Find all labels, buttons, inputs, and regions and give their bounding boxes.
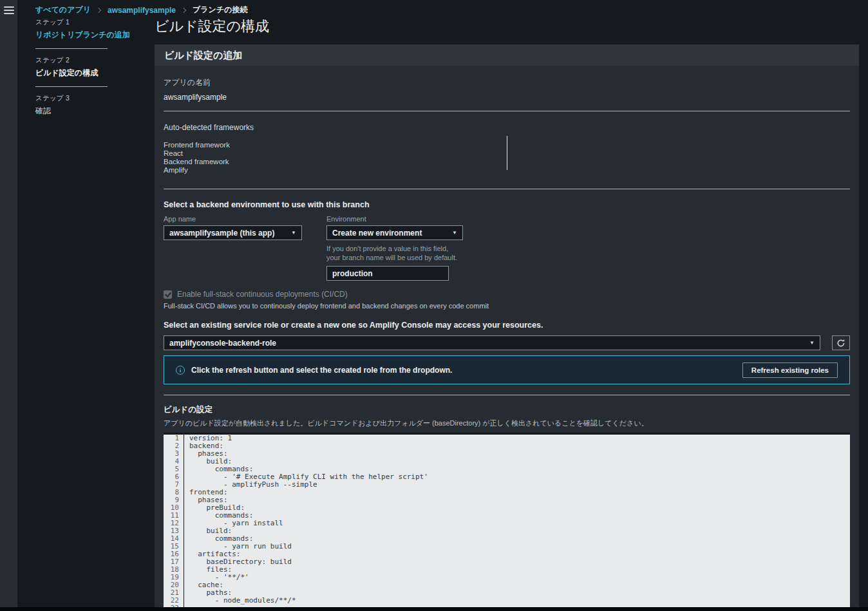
env-select-label: Environment — [326, 215, 463, 223]
app-name-label: アプリの名前 — [164, 77, 850, 88]
breadcrumb: すべてのアプリ awsamplifysample ブランチの接続 — [17, 0, 868, 15]
code-line: 12 - yarn install — [164, 520, 850, 527]
code-line: 15 - yarn run build — [164, 543, 850, 550]
vertical-divider — [507, 136, 507, 170]
collapsed-side-nav — [0, 0, 17, 607]
build-settings-panel: ビルド設定の追加 アプリの名前 awsamplifysample Auto-de… — [155, 44, 859, 611]
backend-env-section: Select a backend environment to use with… — [164, 200, 850, 281]
breadcrumb-all-apps[interactable]: すべてのアプリ — [35, 5, 91, 15]
frameworks-section: Auto-detected frameworks Frontend framew… — [164, 120, 850, 180]
cicd-checkbox-row: Enable full-stack continuous deployments… — [164, 290, 850, 299]
cicd-label: Enable full-stack continuous deployments… — [177, 290, 348, 299]
wizard-steps-sidebar: ステップ 1 リポジトリブランチの追加 ステップ 2 ビルド設定の構成 ステップ… — [17, 15, 155, 611]
chevron-down-icon: ▼ — [452, 230, 457, 236]
section-divider — [164, 189, 850, 189]
refresh-existing-roles-button[interactable]: Refresh existing roles — [742, 362, 838, 378]
page-title: ビルド設定の構成 — [155, 17, 859, 36]
code-line: 13 build: — [164, 527, 850, 535]
bottom-bar — [0, 607, 868, 611]
code-editor-lines: 1version: 12backend:3 phases:4 build:5 c… — [164, 435, 850, 611]
refresh-icon — [836, 339, 845, 348]
code-line: 2backend: — [164, 442, 850, 450]
code-line: 9 phases: — [164, 496, 850, 504]
code-line: 17 baseDirectory: build — [164, 558, 850, 566]
main-content: ビルド設定の構成 ビルド設定の追加 アプリの名前 awsamplifysampl… — [155, 15, 868, 611]
environment-name-input[interactable] — [326, 266, 449, 281]
step-divider — [35, 86, 108, 87]
hamburger-menu-icon[interactable] — [4, 6, 14, 14]
code-line: 20 cache: — [164, 581, 850, 589]
chevron-down-icon: ▼ — [809, 340, 815, 346]
app-select-dropdown[interactable]: awsamplifysample (this app) ▼ — [164, 225, 302, 240]
panel-header: ビルド設定の追加 — [155, 44, 859, 66]
page: すべてのアプリ awsamplifysample ブランチの接続 ステップ 1 … — [17, 0, 868, 607]
app-select-label: App name — [164, 215, 302, 223]
service-role-title: Select an existing service role or creat… — [164, 321, 850, 330]
section-divider — [164, 395, 850, 395]
code-editor[interactable]: 1version: 12backend:3 phases:4 build:5 c… — [164, 433, 850, 611]
step-2: ステップ 2 ビルド設定の構成 — [35, 56, 155, 79]
chevron-right-icon — [96, 7, 101, 12]
step-3-label: ステップ 3 — [35, 94, 155, 103]
alert-text: Click the refresh button and select the … — [191, 366, 452, 375]
step-1: ステップ 1 リポジトリブランチの追加 — [35, 18, 155, 41]
cicd-description: Full-stack CI/CD allows you to continous… — [164, 302, 850, 310]
env-select-value: Create new environment — [332, 229, 422, 238]
build-spec-section: ビルドの設定 アプリのビルド設定が自動検出されました。ビルドコマンドおよび出力フ… — [164, 404, 850, 611]
app-name-value: awsamplifysample — [164, 93, 850, 102]
chevron-right-icon — [181, 7, 186, 12]
build-spec-description: アプリのビルド設定が自動検出されました。ビルドコマンドおよび出力フォルダー (b… — [164, 418, 850, 428]
step-3: ステップ 3 確認 — [35, 94, 155, 117]
code-line: 19 - '**/*' — [164, 574, 850, 581]
step-1-link[interactable]: リポジトリブランチの追加 — [35, 30, 155, 41]
frameworks-title: Auto-detected frameworks — [164, 123, 850, 132]
step-2-title: ビルド設定の構成 — [35, 68, 155, 79]
backend-env-title: Select a backend environment to use with… — [164, 200, 850, 209]
build-spec-title: ビルドの設定 — [164, 404, 850, 415]
code-line: 10 preBuild: — [164, 504, 850, 512]
service-role-section: Select an existing service role or creat… — [164, 321, 850, 350]
info-alert: i Click the refresh button and select th… — [164, 355, 850, 384]
step-3-title: 確認 — [35, 106, 155, 117]
code-line: 1version: 1 — [164, 435, 850, 442]
cicd-checkbox — [164, 290, 172, 299]
app-name-section: アプリの名前 awsamplifysample — [164, 75, 850, 102]
code-line: 18 files: — [164, 566, 850, 574]
service-role-value: amplifyconsole-backend-role — [169, 339, 276, 348]
breadcrumb-app[interactable]: awsamplifysample — [108, 6, 176, 15]
code-line: 7 - amplifyPush --simple — [164, 481, 850, 489]
code-line: 3 phases: — [164, 450, 850, 458]
chevron-down-icon: ▼ — [291, 230, 296, 236]
refresh-roles-icon-button[interactable] — [832, 335, 850, 350]
step-1-label: ステップ 1 — [35, 18, 155, 27]
step-2-label: ステップ 2 — [35, 56, 155, 65]
section-divider — [164, 111, 850, 111]
code-line: 22 - node_modules/**/* — [164, 597, 850, 605]
app-select-value: awsamplifysample (this app) — [169, 229, 274, 238]
info-icon: i — [176, 366, 185, 375]
code-line: 8frontend: — [164, 489, 850, 496]
service-role-dropdown[interactable]: amplifyconsole-backend-role ▼ — [164, 335, 820, 350]
env-help-text: If you don't provide a value in this fie… — [326, 244, 458, 262]
breadcrumb-current: ブランチの接続 — [193, 5, 247, 15]
code-line: 4 build: — [164, 458, 850, 465]
step-divider — [35, 48, 108, 49]
environment-dropdown[interactable]: Create new environment ▼ — [326, 225, 463, 240]
